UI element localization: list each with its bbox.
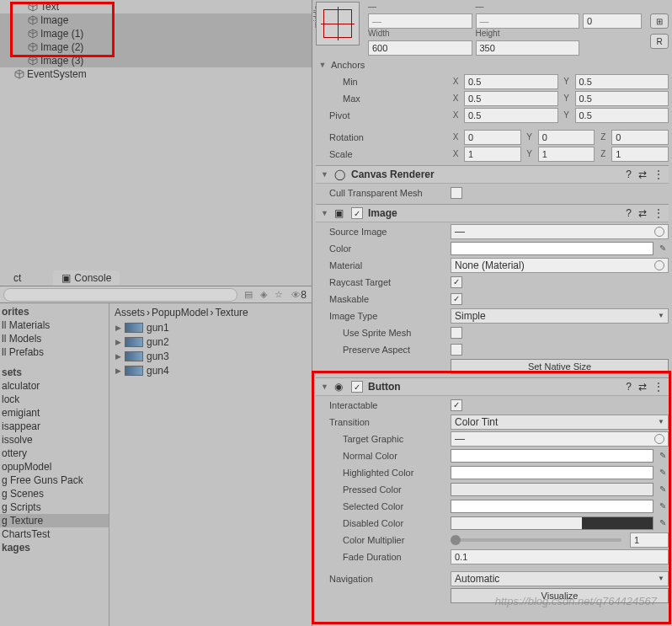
anchors-min-x-input[interactable]: 0.5 [464,74,558,89]
asset-item[interactable]: ▶gun3 [115,350,307,363]
preserve-aspect-checkbox[interactable] [451,344,462,356]
transition-dropdown[interactable]: Color Tint▼ [451,415,669,430]
object-picker-icon[interactable] [654,260,664,270]
source-image-field[interactable]: — [451,224,669,239]
rotation-y-input[interactable]: 0 [538,130,595,145]
preset-icon[interactable]: ⇄ [638,381,647,393]
raycast-checkbox[interactable] [451,276,462,288]
set-native-size-button[interactable]: Set Native Size [451,359,669,374]
layers-icon[interactable]: ▤ [241,287,256,302]
pos-z-input[interactable]: 0 [583,13,642,29]
scale-x-input[interactable]: 1 [464,147,521,162]
tree-item[interactable]: ll Prefabs [0,345,109,359]
eyedropper-icon[interactable]: ✎ [657,500,669,513]
packages-header[interactable]: kages [0,541,109,554]
anchors-min-y-input[interactable]: 0.5 [575,74,669,89]
color-multiplier-slider[interactable] [451,538,621,542]
pivot-y-input[interactable]: 0.5 [575,108,669,123]
tree-folder[interactable]: g Scripts [0,500,109,514]
tree-folder[interactable]: alculator [0,379,109,393]
pos-y-input[interactable]: — [476,13,580,29]
disabled-color-field[interactable] [451,516,653,530]
cull-mesh-checkbox[interactable] [451,187,462,199]
button-enable-checkbox[interactable] [351,381,363,393]
hierarchy-item[interactable]: Text [0,0,312,13]
eyedropper-icon[interactable]: ✎ [657,242,669,255]
tree-folder[interactable]: g Free Guns Pack [0,474,109,487]
hierarchy-item[interactable]: Image (2) [0,40,312,54]
tree-folder[interactable]: isappear [0,420,109,433]
material-field[interactable]: None (Material) [451,258,669,273]
tree-folder[interactable]: opupModel [0,460,109,474]
foldout-icon[interactable]: ▼ [321,383,329,391]
tag-icon[interactable]: ◈ [256,287,271,302]
hierarchy-item[interactable]: Image (3) [0,54,312,67]
menu-icon[interactable]: ⋮ [653,207,664,219]
selected-color-field[interactable] [451,500,653,513]
button-component-header[interactable]: ▼ ◉ Button ?⇄⋮ [316,377,669,396]
tab-console[interactable]: ▣Console [53,270,120,286]
help-icon[interactable]: ? [626,207,632,219]
tree-folder[interactable]: g Scenes [0,487,109,500]
menu-icon[interactable]: ⋮ [653,381,664,393]
image-enable-checkbox[interactable] [351,207,363,219]
tree-folder[interactable]: ottery [0,447,109,460]
maskable-checkbox[interactable] [451,293,462,305]
tree-folder[interactable]: g Texture [0,514,109,527]
color-field[interactable] [451,242,653,255]
pressed-color-field[interactable] [451,483,653,496]
height-input[interactable]: 350 [476,40,580,56]
target-graphic-field[interactable]: — [451,431,669,447]
blueprint-mode-button[interactable]: ⊞ [650,13,669,29]
tree-folder[interactable]: emigiant [0,406,109,420]
tree-item[interactable]: ll Materials [0,318,109,332]
canvas-renderer-header[interactable]: ▼ ◯ Canvas Renderer ?⇄⋮ [316,165,669,184]
preset-icon[interactable]: ⇄ [638,169,647,180]
rotation-x-input[interactable]: 0 [464,130,521,145]
scale-y-input[interactable]: 1 [538,147,595,162]
help-icon[interactable]: ? [626,381,632,393]
menu-icon[interactable]: ⋮ [653,169,664,180]
hierarchy-item[interactable]: Image (1) [0,27,312,40]
asset-item[interactable]: ▶gun2 [115,335,307,349]
tree-item[interactable]: ll Models [0,332,109,345]
image-type-dropdown[interactable]: Simple▼ [451,308,669,324]
visualize-button[interactable]: Visualize [451,588,669,603]
hierarchy-item[interactable]: Image [0,13,312,27]
anchors-foldout[interactable]: Anchors [326,60,461,70]
tree-folder[interactable]: lock [0,393,109,406]
normal-color-field[interactable] [451,449,653,463]
raw-edit-button[interactable]: R [650,34,669,49]
star-icon[interactable]: ☆ [271,287,286,302]
scale-z-input[interactable]: 1 [611,147,669,162]
object-picker-icon[interactable] [654,434,664,444]
highlighted-color-field[interactable] [451,466,653,479]
assets-header[interactable]: sets [0,366,109,379]
pos-x-input[interactable]: — [368,13,472,29]
asset-item[interactable]: ▶gun1 [115,321,307,334]
interactable-checkbox[interactable] [451,399,462,411]
anchor-preset-button[interactable] [316,2,360,45]
pivot-x-input[interactable]: 0.5 [464,108,558,123]
image-component-header[interactable]: ▼ ▣ Image ?⇄⋮ [316,204,669,222]
preset-icon[interactable]: ⇄ [638,207,647,219]
color-multiplier-input[interactable]: 1 [630,532,669,548]
tree-folder[interactable]: ChartsTest [0,527,109,541]
navigation-dropdown[interactable]: Automatic▼ [451,571,669,586]
visibility-icon[interactable]: 👁8 [286,287,312,302]
breadcrumb[interactable]: Assets› PopupModel› Texture [115,305,307,320]
eyedropper-icon[interactable]: ✎ [657,449,669,463]
foldout-icon[interactable]: ▼ [321,170,329,179]
tree-folder[interactable]: issolve [0,433,109,447]
foldout-icon[interactable]: ▼ [321,209,329,217]
anchors-max-y-input[interactable]: 0.5 [575,91,669,106]
fade-duration-input[interactable]: 0.1 [451,549,669,564]
eyedropper-icon[interactable]: ✎ [657,516,669,530]
hierarchy-item[interactable]: EventSystem [0,67,312,81]
help-icon[interactable]: ? [626,169,632,180]
favorites-header[interactable]: orites [0,305,109,318]
tab-project[interactable]: ct [5,270,29,286]
eyedropper-icon[interactable]: ✎ [657,483,669,496]
object-picker-icon[interactable] [654,227,664,237]
eyedropper-icon[interactable]: ✎ [657,466,669,479]
